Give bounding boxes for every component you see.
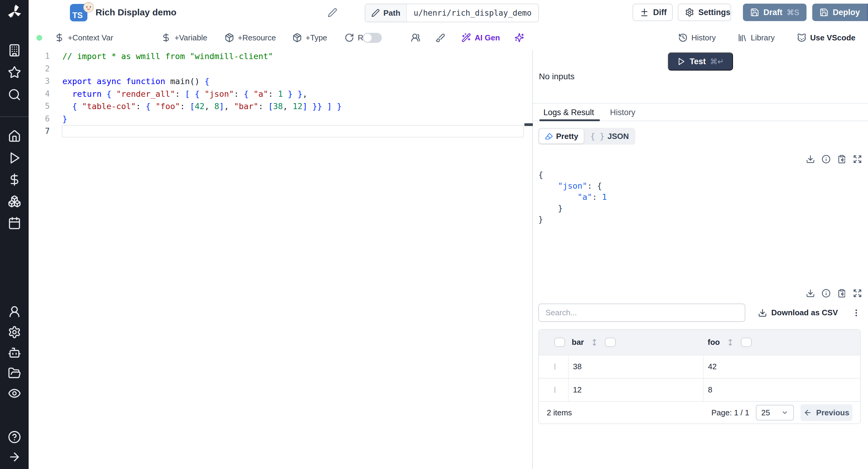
row-checkbox[interactable] — [554, 364, 555, 370]
table-row[interactable]: 128 — [539, 378, 860, 401]
deploy-button[interactable]: Deploy — [812, 4, 868, 21]
download-icon — [758, 308, 767, 317]
package-icon — [224, 33, 234, 42]
column-pill[interactable] — [741, 338, 752, 347]
result-json-line: "json": { — [538, 180, 607, 191]
sort-icon[interactable] — [726, 338, 734, 347]
json-label: JSON — [608, 132, 629, 141]
diff-button[interactable]: Diff — [632, 4, 673, 21]
deploy-divider — [867, 4, 868, 21]
download-icon[interactable] — [806, 155, 815, 164]
result-table: bar foo 3842128 2 items Page: 1 / 1 25 P… — [538, 329, 861, 424]
download-icon[interactable] — [806, 289, 815, 298]
expand-icon[interactable] — [853, 155, 862, 164]
column-header-bar[interactable]: bar — [572, 338, 584, 347]
chevron-down-icon — [781, 409, 788, 416]
arrow-left-icon — [804, 408, 812, 417]
multiplayer-icon[interactable] — [411, 26, 421, 50]
sidebar-divider — [0, 116, 29, 117]
column-pill[interactable] — [605, 338, 616, 347]
sort-icon[interactable] — [590, 338, 598, 347]
settings-icon[interactable] — [8, 325, 21, 339]
column-header-foo[interactable]: foo — [708, 338, 720, 347]
ai-gen-button[interactable]: AI Gen — [461, 26, 500, 50]
add-resource-label: +Resource — [238, 33, 276, 42]
row-checkbox[interactable] — [554, 387, 555, 393]
history-label: History — [691, 33, 716, 42]
workers-icon[interactable] — [8, 346, 21, 359]
library-button[interactable]: Library — [738, 26, 775, 50]
add-type-button[interactable]: +Type — [292, 26, 327, 50]
info-icon[interactable] — [822, 155, 831, 164]
result-json-line: { — [538, 169, 607, 180]
schedules-icon[interactable] — [8, 216, 21, 230]
clipboard-copy-icon[interactable] — [837, 289, 846, 298]
expand-icon[interactable] — [853, 289, 862, 298]
draft-button[interactable]: Draft ⌘S — [743, 4, 807, 21]
path-label: Path — [383, 8, 400, 18]
add-resource-button[interactable]: +Resource — [224, 26, 276, 50]
sparkles-icon[interactable] — [515, 26, 524, 50]
users-icon[interactable] — [8, 305, 21, 318]
page-info: Page: 1 / 1 — [711, 408, 749, 417]
draft-shortcut: ⌘S — [786, 8, 799, 17]
panel-divider — [533, 103, 868, 104]
audit-logs-icon[interactable] — [8, 387, 21, 400]
format-brush-icon[interactable] — [435, 26, 445, 50]
resources-icon[interactable] — [8, 195, 21, 208]
info-icon[interactable] — [822, 289, 831, 298]
top-header: TS Rich Display demo Path u/henri/rich_d… — [29, 0, 868, 26]
history-button[interactable]: History — [678, 26, 716, 50]
search-icon[interactable] — [8, 88, 21, 101]
help-icon[interactable] — [8, 430, 21, 444]
save-icon — [819, 8, 829, 17]
windmill-logo[interactable] — [6, 3, 23, 20]
previous-page-button[interactable]: Previous — [801, 404, 852, 421]
test-button[interactable]: Test ⌘↵ — [668, 53, 733, 70]
table-cell: 42 — [703, 355, 860, 378]
kebab-menu-icon[interactable] — [852, 308, 861, 318]
workspace-icon[interactable] — [8, 44, 21, 57]
code-content[interactable]: // import * as wmill from "windmill-clie… — [62, 50, 342, 138]
variables-icon[interactable] — [8, 173, 21, 186]
tab-logs-result[interactable]: Logs & Result — [544, 108, 594, 117]
runs-icon[interactable] — [8, 151, 21, 164]
page-size-value: 25 — [761, 408, 770, 417]
edit-title-icon[interactable] — [328, 8, 337, 18]
result-json-line: } — [538, 214, 607, 225]
table-row[interactable]: 3842 — [539, 355, 860, 378]
page-size-select[interactable]: 25 — [756, 405, 794, 420]
diff-icon — [640, 8, 649, 17]
select-all-checkbox[interactable] — [554, 338, 565, 347]
search-input[interactable] — [538, 304, 745, 322]
table-toolbar: Download as CSV — [538, 304, 861, 322]
tab-history[interactable]: History — [610, 108, 635, 117]
home-icon[interactable] — [8, 130, 21, 143]
clipboard-copy-icon[interactable] — [837, 155, 846, 164]
pane-resize-handle[interactable] — [524, 123, 533, 126]
add-variable-button[interactable]: +Variable — [161, 26, 207, 50]
download-csv-button[interactable]: Download as CSV — [758, 308, 838, 317]
use-vscode-button[interactable]: Use VScode — [797, 26, 855, 50]
code-line: // import * as wmill from "windmill-clie… — [62, 50, 342, 63]
add-context-var-label: +Context Var — [68, 33, 113, 42]
folders-icon[interactable] — [8, 367, 21, 380]
download-csv-label: Download as CSV — [771, 308, 838, 317]
diff-mode-toggle[interactable] — [363, 33, 382, 43]
add-context-var-button[interactable]: +Context Var — [55, 26, 113, 50]
library-label: Library — [751, 33, 775, 42]
previous-label: Previous — [816, 408, 849, 417]
test-label: Test — [689, 57, 706, 66]
toggle-knob — [364, 34, 372, 42]
favorites-icon[interactable] — [8, 66, 21, 79]
gear-icon — [685, 8, 694, 17]
expand-sidebar-icon[interactable] — [8, 450, 21, 464]
pretty-toggle[interactable]: Pretty — [539, 129, 584, 144]
settings-button[interactable]: Settings — [678, 4, 731, 21]
path-button[interactable]: Path u/henri/rich_display_demo — [365, 4, 539, 22]
line-numbers: 1234567 — [29, 50, 56, 138]
json-toggle[interactable]: { } JSON — [585, 129, 634, 144]
code-editor[interactable]: 1234567 // import * as wmill from "windm… — [29, 50, 532, 469]
run-panel: Test ⌘↵ No inputs Logs & Result History … — [533, 50, 868, 469]
code-line: { "table-col": { "foo": [42, 8], "bar": … — [62, 100, 342, 113]
